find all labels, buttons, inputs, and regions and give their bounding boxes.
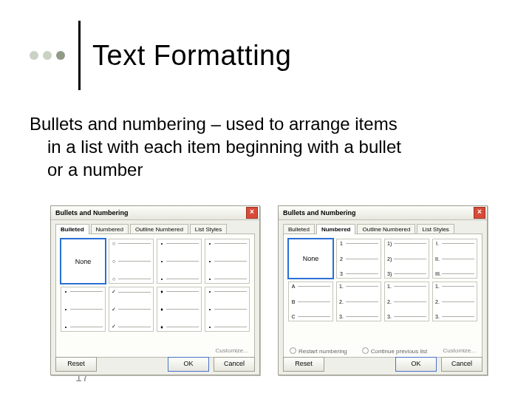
tile-line [214,291,247,292]
tile-marker: II. [435,256,440,262]
style-tile[interactable]: None [61,239,106,284]
tab-outline-numbered[interactable]: Outline Numbered [357,224,415,234]
tile-line [70,327,103,327]
style-tile[interactable]: None [288,239,333,279]
bullets-numbering-dialog-numbered: Bullets and Numbering × Bulleted Numbere… [278,205,488,375]
body-line: Bullets and numbering – used to arrange … [30,114,398,134]
tab-list-styles[interactable]: List Styles [190,224,227,234]
tile-row: 3) [387,271,426,276]
tile-marker: • [160,259,164,264]
tile-line [394,316,426,317]
dialog-title: Bullets and Numbering [55,209,129,216]
tile-row: ♦ [160,289,199,294]
tile-row: I. [435,241,474,246]
tile-marker: 2. [387,299,392,304]
tile-row: 1. [339,284,378,289]
cancel-button[interactable]: Cancel [214,357,255,372]
style-grid: None○○○•••••••••✓✓✓♦♦♦••• [61,239,250,332]
tile-row: 3. [387,314,426,319]
style-tile[interactable]: ✓✓✓ [109,287,154,332]
tile-line [298,286,330,287]
body-line: in a list with each item beginning with … [30,135,502,158]
reset-button[interactable]: Reset [55,357,97,372]
tab-numbered[interactable]: Numbered [91,224,129,234]
tile-row: • [160,241,199,246]
tile-marker: ✓ [112,289,116,295]
tile-line [298,301,330,302]
tile-row: B [291,299,330,304]
tile-row: 2. [339,299,378,304]
cancel-button[interactable]: Cancel [441,357,482,372]
button-row: Reset OK Cancel [283,357,482,372]
tile-line [442,286,474,287]
tile-marker: 1) [387,241,392,246]
tile-marker: A [291,284,296,289]
tile-marker: 2. [435,299,440,304]
ok-button[interactable]: OK [168,357,209,372]
tile-line [166,327,199,327]
close-icon[interactable]: × [474,207,485,219]
reset-button[interactable]: Reset [283,357,324,372]
tile-line [394,259,426,259]
none-tile-label: None [75,258,92,265]
tile-line [166,279,199,279]
tile-row: II. [435,256,474,262]
tile-row: 1) [387,241,426,246]
tile-marker: 3) [387,271,392,276]
continue-previous-radio[interactable]: Continue previous list [362,347,427,355]
tile-row: • [208,276,247,282]
tile-marker: • [208,259,212,264]
style-tile[interactable]: 1.2.3. [432,282,477,321]
tile-marker: 1. [387,284,392,289]
tile-row: 2. [387,299,426,304]
ok-button[interactable]: OK [395,357,437,372]
tile-line [346,301,378,302]
style-tile[interactable]: ••• [61,287,106,332]
close-icon[interactable]: × [246,207,258,219]
style-tile[interactable]: ••• [205,287,250,332]
tile-marker: I. [435,241,440,246]
style-tile[interactable]: ○○○ [109,239,154,284]
none-tile-label: None [303,255,319,262]
tile-row: A [291,284,330,289]
tile-row: • [64,307,103,312]
tile-line [394,286,426,287]
style-tile[interactable]: 1)2)3) [384,239,429,279]
tile-line [442,316,474,317]
tile-line [442,243,474,244]
tile-row: • [64,324,103,330]
tile-marker: III. [435,271,440,276]
style-tile[interactable]: ABC [288,282,333,321]
tile-row: 1. [435,284,474,289]
tile-row: ○ [112,259,151,264]
tile-marker: 2) [387,256,392,262]
numbering-radio-row: Restart numbering Continue previous list [290,347,427,355]
style-tile[interactable]: ••• [157,239,202,284]
tile-row: III. [435,271,474,276]
style-tile[interactable]: 1.2.3. [384,282,429,321]
tab-bulleted[interactable]: Bulleted [55,224,89,234]
style-tile[interactable]: 123 [336,239,381,279]
tab-numbered[interactable]: Numbered [316,224,356,234]
tile-row: ♦ [160,307,199,312]
dialog-screenshots: Bullets and Numbering × Bulleted Numbere… [50,205,488,375]
customize-link[interactable]: Customize... [443,347,476,354]
style-tile[interactable]: ••• [205,239,250,284]
tab-outline-numbered[interactable]: Outline Numbered [130,224,188,234]
button-row: Reset OK Cancel [55,357,255,372]
customize-link[interactable]: Customize... [216,347,248,354]
dot-icon [30,51,38,60]
tab-list-styles[interactable]: List Styles [417,224,454,234]
dot-icon [56,51,65,60]
style-tile[interactable]: 1.2.3. [336,282,381,321]
style-tile[interactable]: I.II.III. [432,239,477,279]
tile-line [166,291,199,292]
tile-marker: • [64,324,68,330]
style-tile[interactable]: ♦♦♦ [157,287,202,332]
tile-line [346,316,378,317]
tab-bulleted[interactable]: Bulleted [283,224,315,234]
tile-marker: ○ [112,276,116,282]
tile-line [118,309,151,310]
tile-marker: 1. [435,284,440,289]
restart-numbering-radio[interactable]: Restart numbering [290,347,347,355]
